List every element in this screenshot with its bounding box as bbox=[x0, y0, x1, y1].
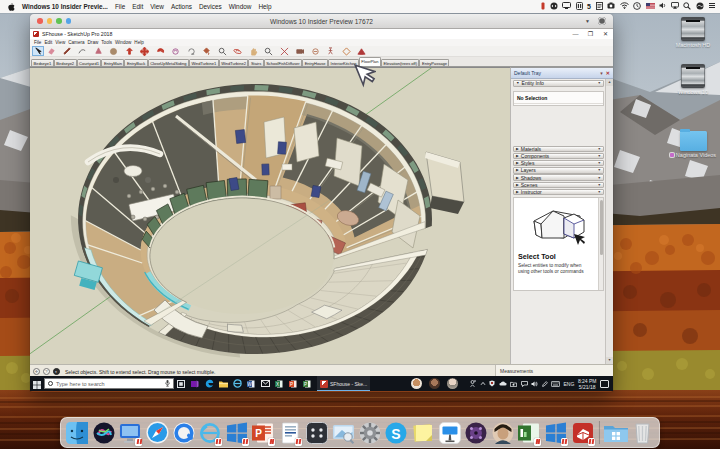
onedrive-icon[interactable] bbox=[499, 381, 507, 386]
5-badge[interactable]: 5 bbox=[587, 3, 591, 11]
taskbar-icon-edge[interactable] bbox=[202, 376, 216, 391]
taskbar-icon-publisher[interactable]: P bbox=[300, 376, 314, 391]
sketchup-titlebar[interactable]: SFhouse - SketchUp Pro 2018 — ❐ ✕ bbox=[30, 29, 613, 39]
dock-item-word-win[interactable] bbox=[278, 421, 302, 445]
pin-icon[interactable]: ▾ bbox=[600, 70, 603, 76]
search-icon[interactable] bbox=[683, 2, 691, 12]
chevron-down-icon[interactable]: ▼ bbox=[585, 18, 590, 24]
clock-icon[interactable] bbox=[633, 2, 641, 12]
close-button[interactable]: ✕ bbox=[598, 29, 613, 39]
chevron-down-icon[interactable]: ▼ bbox=[597, 190, 601, 194]
caret-up-icon[interactable] bbox=[480, 381, 486, 386]
close-button[interactable] bbox=[37, 18, 43, 24]
scene-tab-entrypassage[interactable]: EntryPassage bbox=[419, 59, 449, 67]
tool-select[interactable] bbox=[32, 46, 44, 56]
tool-eraser[interactable] bbox=[44, 46, 60, 57]
dock-item-parallels-control[interactable] bbox=[305, 421, 329, 445]
desktop-icon-folder[interactable]: Naginata Videos bbox=[665, 131, 720, 158]
scene-tab-entryback[interactable]: EntryBack bbox=[124, 59, 147, 67]
notes-icon[interactable] bbox=[596, 2, 603, 12]
tool-zoom-window[interactable] bbox=[215, 46, 231, 57]
people-avatar[interactable] bbox=[411, 378, 422, 389]
menubar-menu-edit[interactable]: Edit bbox=[132, 3, 143, 10]
menubar-app-name[interactable]: Windows 10 Insider Previe... bbox=[22, 3, 108, 10]
globe-icon[interactable]: ◐ bbox=[53, 368, 60, 375]
chevron-down-icon[interactable]: ▼ bbox=[597, 183, 601, 187]
restore-button[interactable]: ❐ bbox=[583, 29, 598, 39]
scene-tab-entryhouse[interactable]: EntryHouse bbox=[302, 59, 328, 67]
taskbar-clock[interactable]: 8:24 PM5/21/18 bbox=[578, 378, 597, 390]
people-avatar[interactable] bbox=[429, 378, 440, 389]
display-icon[interactable] bbox=[562, 2, 571, 11]
dock-item-finder[interactable] bbox=[65, 421, 89, 445]
tool-walk[interactable] bbox=[323, 46, 339, 57]
taskbar-icon-internet-explorer[interactable] bbox=[230, 376, 244, 391]
chevron-down-icon[interactable]: ▼ bbox=[597, 161, 601, 165]
action-center-icon[interactable] bbox=[600, 380, 609, 388]
scroll-up-icon[interactable]: ▲ bbox=[606, 79, 613, 86]
gear-icon[interactable] bbox=[598, 17, 606, 25]
tray-section-materials[interactable]: ▶Materials▼ bbox=[513, 146, 604, 153]
taskbar-icon-excel[interactable]: X bbox=[272, 376, 286, 391]
chevron-down-icon[interactable]: ▼ bbox=[597, 81, 601, 85]
us-flag-icon[interactable] bbox=[646, 3, 655, 11]
airplay-icon[interactable] bbox=[671, 2, 679, 11]
wifi-icon[interactable] bbox=[620, 2, 629, 11]
tool-freehand[interactable] bbox=[75, 46, 91, 57]
sketchup-menu-file[interactable]: File bbox=[34, 40, 41, 45]
people-pin-icon[interactable] bbox=[470, 380, 476, 387]
dock-item-safari[interactable] bbox=[145, 421, 169, 445]
tray-section-shadows[interactable]: ▶Shadows▼ bbox=[513, 174, 604, 181]
sketchup-menu-tools[interactable]: Tools bbox=[101, 40, 112, 45]
dock-item-sketchup-win[interactable] bbox=[571, 421, 595, 445]
minimize-button[interactable]: — bbox=[568, 29, 583, 39]
dock-item-dvd-player[interactable] bbox=[464, 421, 488, 445]
tool-paint-bucket[interactable] bbox=[199, 46, 215, 57]
tool-rotate[interactable] bbox=[153, 46, 169, 57]
scene-tab-birdseye1[interactable]: Birdseye1 bbox=[31, 59, 54, 67]
tool-move[interactable] bbox=[137, 46, 153, 57]
taskbar-icon-mail[interactable] bbox=[258, 376, 272, 391]
taskbar-active-app[interactable]: SFhouse - Ske... bbox=[317, 376, 370, 391]
dock-item-contact-photo[interactable] bbox=[491, 421, 515, 445]
minimize-button[interactable] bbox=[47, 18, 53, 24]
sketchup-menu-view[interactable]: View bbox=[55, 40, 65, 45]
teamviewer-icon[interactable] bbox=[550, 2, 558, 12]
tool-position-camera[interactable] bbox=[292, 46, 308, 57]
chevron-down-icon[interactable]: ▼ bbox=[597, 176, 601, 180]
scene-tab-windturbine2[interactable]: WindTurbine2 bbox=[219, 59, 249, 67]
start-button[interactable] bbox=[30, 375, 44, 392]
dock-item-powerpoint-win[interactable]: P bbox=[251, 421, 275, 445]
credits-icon[interactable]: ? bbox=[43, 368, 50, 375]
vm-titlebar[interactable]: Windows 10 Insider Preview 17672 ▼ bbox=[30, 14, 613, 29]
taskbar-icon-powerpoint[interactable]: P bbox=[286, 376, 300, 391]
camera-folder-icon[interactable] bbox=[510, 381, 517, 387]
sketchup-menu-camera[interactable]: Camera bbox=[68, 40, 84, 45]
microphone-icon[interactable] bbox=[165, 380, 170, 388]
menubar-menu-help[interactable]: Help bbox=[258, 3, 271, 10]
menubar-menu-devices[interactable]: Devices bbox=[199, 3, 222, 10]
tool-offset[interactable] bbox=[168, 46, 184, 57]
scene-tab-windturbine1[interactable]: WindTurbine1 bbox=[189, 59, 219, 67]
tool-warehouse[interactable] bbox=[354, 46, 370, 57]
parallels-icon[interactable] bbox=[576, 2, 583, 12]
tray-header[interactable]: Default Tray ▾ ✕ bbox=[511, 68, 613, 79]
people-avatar[interactable] bbox=[447, 378, 458, 389]
drawing-viewport[interactable] bbox=[30, 67, 510, 364]
tray-section-entity-info[interactable]: ▼ Entity Info ▼ bbox=[513, 80, 604, 87]
scene-tab-closeupmetalsiding[interactable]: CloseUpMetalSiding bbox=[148, 59, 189, 67]
dock-item-screen-share[interactable] bbox=[331, 421, 355, 445]
dock-item-internet-explorer-win[interactable] bbox=[198, 421, 222, 445]
menubar-menu-actions[interactable]: Actions bbox=[171, 3, 192, 10]
taskbar-search-box[interactable]: Type here to search bbox=[44, 378, 174, 389]
dock-item-keynote[interactable] bbox=[438, 421, 462, 445]
tool-section-plane[interactable] bbox=[339, 46, 355, 57]
language-indicator[interactable]: ENG bbox=[564, 381, 575, 387]
tray-section-layers[interactable]: ▶Layers▼ bbox=[513, 167, 604, 174]
volume-icon[interactable] bbox=[531, 381, 538, 387]
siri-icon[interactable] bbox=[696, 2, 704, 12]
sketchup-menu-edit[interactable]: Edit bbox=[44, 40, 52, 45]
recording-indicator[interactable] bbox=[541, 2, 545, 12]
close-icon[interactable]: ✕ bbox=[606, 70, 610, 76]
tray-section-instructor[interactable]: ▶Instructor▼ bbox=[513, 189, 604, 196]
